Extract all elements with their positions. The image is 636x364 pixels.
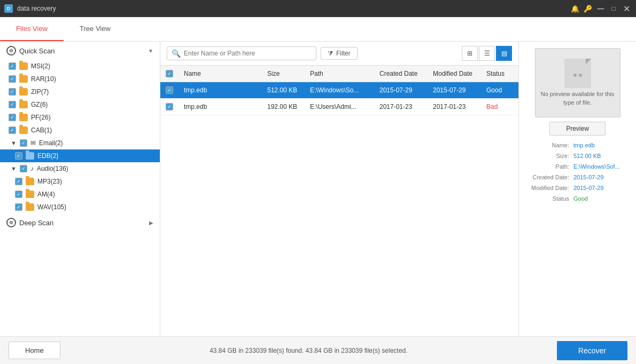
search-icon: 🔍 [172,49,181,58]
zip-label: ZIP(7) [31,88,49,96]
status-text: 43.84 GB in 233039 file(s) found. 43.84 … [210,347,407,354]
wav-checkbox[interactable] [15,203,22,211]
sidebar-item-zip[interactable]: ZIP(7) [0,85,160,98]
recover-button[interactable]: Recover [557,341,627,360]
deep-scan-icon: ⊖ [6,218,16,227]
pf-folder-icon [19,114,28,121]
col-header-created[interactable]: Created Date [374,66,428,82]
edb-checkbox[interactable] [15,152,22,160]
filter-button[interactable]: ⧩ Filter [321,47,358,60]
detail-status-label: Status [525,195,573,202]
row2-status: Bad [481,99,518,115]
msi-checkbox[interactable] [9,62,16,70]
wav-label: WAV(105) [37,203,66,211]
bottom-bar: Home 43.84 GB in 233039 file(s) found. 4… [0,336,636,364]
col-header-name[interactable]: Name [179,66,262,82]
notification-icon[interactable]: 🔔 [570,3,580,14]
row2-name: tmp.edb [179,99,262,115]
edb-folder-icon [26,152,34,160]
audio-collapse-arrow: ▼ [11,165,17,172]
audio-checkbox[interactable] [20,165,27,172]
preview-button[interactable]: Preview [549,122,606,136]
row2-created: 2017-01-23 [374,99,428,115]
am-checkbox[interactable] [15,191,22,198]
grid-view-button[interactable]: ⊞ [462,46,478,61]
titlebar: D data recovery 🔔 🔑 ─ □ ✕ [0,0,636,17]
sidebar-item-pf[interactable]: PF(26) [0,111,160,124]
sidebar-item-wav[interactable]: WAV(105) [0,201,160,213]
wav-folder-icon [26,203,34,211]
cab-folder-icon [19,126,28,134]
gz-checkbox[interactable] [9,101,16,108]
row2-size: 192.00 KB [262,99,305,115]
email-group-header[interactable]: ▼ ✉ Email(2) [0,137,160,149]
mp3-checkbox[interactable] [15,178,22,185]
detail-path-label: Path: [525,163,573,170]
row2-checkbox[interactable] [166,103,173,110]
row2-modified: 2017-01-23 [428,99,481,115]
email-checkbox[interactable] [20,139,27,147]
am-label: AM(4) [37,191,55,198]
msi-label: MSI(2) [31,62,50,70]
row2-check[interactable] [160,99,179,115]
detail-name-value: tmp.edb [573,142,595,148]
deep-scan-chevron: ▶ [149,220,153,226]
tab-files-view[interactable]: Files View [0,17,64,41]
tab-tree-view[interactable]: Tree View [64,17,127,41]
detail-created-label: Created Date: [525,174,573,180]
table-row[interactable]: tmp.edb 512.00 KB E:\Windows\So... 2015-… [160,82,518,99]
sidebar-item-cab[interactable]: CAB(1) [0,124,160,137]
detail-path-value: E:\Windows\Sof... [573,163,620,170]
detail-size-label: Size: [525,153,573,159]
settings-icon[interactable]: 🔑 [583,3,593,14]
rar-label: RAR(10) [31,75,56,83]
sidebar-item-msi[interactable]: MSI(2) [0,60,160,73]
audio-group-header[interactable]: ▼ ♪ Audio(136) [0,162,160,175]
col-header-status[interactable]: Status [481,66,518,82]
cab-checkbox[interactable] [9,126,16,134]
quick-scan-chevron: ▼ [148,48,153,54]
minimize-button[interactable]: ─ [595,3,606,14]
col-header-path[interactable]: Path [305,66,374,82]
audio-icon: ♪ [30,165,34,172]
preview-dot-1 [573,74,577,77]
row1-check[interactable] [160,82,179,99]
quick-scan-header[interactable]: ⊖ Quick Scan ▼ [0,42,160,60]
file-table: Name Size Path Created Date Modified Dat… [160,66,518,115]
deep-scan-header[interactable]: ⊖ Deep Scan ▶ [0,213,160,232]
col-header-size[interactable]: Size [262,66,305,82]
search-box[interactable]: 🔍 [167,46,316,60]
edb-label: EDB(2) [37,152,58,160]
mp3-folder-icon [26,178,34,185]
preview-dot-2 [579,74,582,77]
table-row[interactable]: tmp.edb 192.00 KB E:\Users\Admi... 2017-… [160,99,518,115]
select-all-checkbox[interactable] [166,70,173,77]
file-table-container: Name Size Path Created Date Modified Dat… [160,66,518,336]
sidebar-item-edb[interactable]: EDB(2) [0,149,160,162]
detail-status-row: Status Good [525,195,630,202]
detail-status-value: Good [573,195,588,202]
rar-checkbox[interactable] [9,75,16,83]
detail-view-button[interactable]: ▤ [496,46,512,61]
sidebar-item-am[interactable]: AM(4) [0,188,160,201]
sidebar-item-rar[interactable]: RAR(10) [0,73,160,85]
gz-label: GZ(6) [31,101,48,108]
close-button[interactable]: ✕ [621,3,632,14]
content-area: ⊖ Quick Scan ▼ MSI(2) RAR(10) Z [0,42,636,336]
list-view-button[interactable]: ☰ [479,46,495,61]
zip-checkbox[interactable] [9,88,16,96]
file-area: 🔍 ⧩ Filter ⊞ ☰ ▤ [160,42,518,336]
email-icon: ✉ [30,139,36,147]
pf-checkbox[interactable] [9,114,16,121]
email-label: Email(2) [39,139,63,147]
home-button[interactable]: Home [9,342,60,359]
am-folder-icon [26,191,34,198]
maximize-button[interactable]: □ [608,3,619,14]
search-input[interactable] [184,50,312,57]
deep-scan-label: Deep Scan [19,219,53,227]
sidebar-item-gz[interactable]: GZ(6) [0,98,160,111]
col-header-check[interactable] [160,66,179,82]
row1-checkbox[interactable] [166,86,173,94]
sidebar-item-mp3[interactable]: MP3(23) [0,175,160,188]
col-header-modified[interactable]: Modified Date [428,66,481,82]
